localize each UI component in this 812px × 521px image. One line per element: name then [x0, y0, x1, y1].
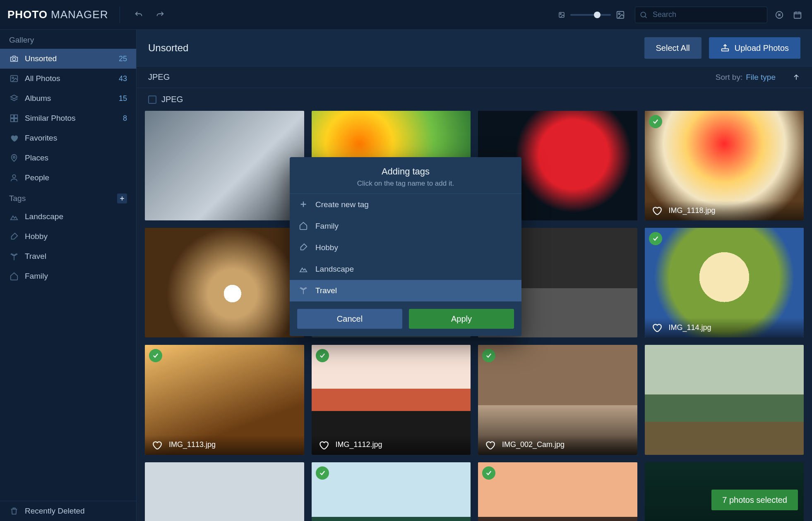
- dialog-subtitle: Click on the tag name to add it.: [300, 179, 512, 188]
- sidebar-item-people[interactable]: People: [0, 168, 136, 188]
- undo-button[interactable]: [132, 8, 146, 22]
- home-icon: [9, 271, 19, 281]
- tag-label: Travel: [25, 252, 46, 261]
- dialog-tag-hobby[interactable]: Hobby: [290, 237, 521, 258]
- thumbnail[interactable]: [478, 462, 637, 521]
- group-label: JPEG: [148, 72, 170, 82]
- sidebar-item-recently-deleted[interactable]: Recently Deleted: [0, 501, 136, 521]
- svg-point-15: [12, 175, 15, 178]
- section-checkbox[interactable]: [148, 96, 156, 104]
- tags-section-label: Tags: [9, 194, 26, 203]
- tags-header: Tags: [0, 188, 136, 207]
- heart-outline-icon[interactable]: [651, 322, 662, 333]
- thumbnail-caption: IMG_1112.jpg: [336, 440, 382, 449]
- sort-by-value[interactable]: File type: [746, 73, 776, 82]
- add-tag-button[interactable]: [117, 194, 127, 203]
- cancel-button[interactable]: Cancel: [297, 309, 402, 329]
- logo-light: MANAGER: [51, 8, 108, 21]
- brush-icon: [9, 232, 19, 241]
- dialog-tag-travel[interactable]: Travel: [290, 280, 521, 301]
- thumbnail[interactable]: IMG_1113.jpg: [145, 345, 304, 454]
- redo-icon: [156, 10, 165, 19]
- sidebar-item-all-photos[interactable]: All Photos 43: [0, 69, 136, 88]
- heart-outline-icon[interactable]: [651, 205, 662, 216]
- zoom-slider[interactable]: [570, 14, 611, 16]
- thumbnail[interactable]: [645, 345, 804, 454]
- zoom-knob[interactable]: [594, 12, 601, 18]
- sidebar-item-unsorted[interactable]: Unsorted 25: [0, 49, 136, 69]
- pin-icon: [9, 153, 19, 163]
- redo-button[interactable]: [153, 8, 167, 22]
- sidebar: Gallery Unsorted 25 All Photos 43 Albums…: [0, 30, 137, 521]
- sidebar-item-count: 8: [123, 114, 127, 123]
- tag-travel[interactable]: Travel: [0, 246, 136, 266]
- dialog-item-label: Landscape: [315, 265, 354, 274]
- trash-icon: [9, 506, 19, 516]
- thumbnail[interactable]: IMG_002_Cam.jpg: [478, 345, 637, 454]
- home-icon: [299, 221, 309, 231]
- tag-family[interactable]: Family: [0, 266, 136, 286]
- apply-button[interactable]: Apply: [409, 309, 514, 329]
- selected-badge: [316, 349, 329, 362]
- svg-point-14: [13, 156, 15, 158]
- heart-outline-icon[interactable]: [318, 440, 329, 450]
- tag-landscape[interactable]: Landscape: [0, 207, 136, 227]
- sidebar-item-favorites[interactable]: Favorites: [0, 128, 136, 148]
- mountain-icon: [299, 264, 309, 274]
- button-label: Select All: [656, 43, 690, 53]
- search-input[interactable]: [652, 10, 763, 19]
- svg-point-7: [12, 57, 15, 60]
- selected-badge: [649, 115, 662, 128]
- thumbnail[interactable]: IMG_114.jpg: [645, 228, 804, 337]
- plus-icon: [299, 200, 309, 210]
- thumbnail[interactable]: [145, 111, 304, 220]
- sidebar-item-label: Similar Photos: [25, 114, 76, 123]
- layers-icon: [9, 93, 19, 103]
- thumbnail-caption: IMG_1113.jpg: [169, 440, 216, 449]
- calendar-button[interactable]: [790, 8, 805, 22]
- thumb-small-icon: [558, 11, 565, 19]
- sort-by[interactable]: Sort by: File type: [716, 73, 776, 82]
- dialog-title: Adding tags: [300, 166, 512, 177]
- heart-outline-icon[interactable]: [151, 440, 162, 450]
- upload-photos-button[interactable]: Upload Photos: [709, 37, 800, 59]
- sidebar-item-label: Albums: [25, 94, 51, 103]
- section-check-row[interactable]: JPEG: [137, 88, 812, 111]
- heart-outline-icon[interactable]: [485, 440, 495, 450]
- sidebar-item-albums[interactable]: Albums 15: [0, 88, 136, 108]
- thumbnail-zoom: [558, 10, 625, 19]
- dialog-tag-landscape[interactable]: Landscape: [290, 258, 521, 280]
- sort-direction-button[interactable]: [792, 73, 800, 81]
- thumbnail-caption: IMG_002_Cam.jpg: [502, 440, 565, 449]
- svg-rect-12: [11, 119, 14, 122]
- select-all-button[interactable]: Select All: [644, 37, 701, 59]
- sidebar-item-similar[interactable]: Similar Photos 8: [0, 108, 136, 128]
- app-logo: PHOTO MANAGER: [7, 8, 108, 21]
- tag-hobby[interactable]: Hobby: [0, 227, 136, 246]
- gallery-section-label: Gallery: [0, 30, 136, 49]
- subheader: JPEG Sort by: File type: [137, 67, 812, 88]
- image-icon: [9, 74, 19, 84]
- dialog-item-label: Travel: [315, 286, 337, 295]
- clear-search-button[interactable]: [772, 8, 786, 22]
- divider: [120, 7, 120, 23]
- svg-point-3: [618, 13, 620, 14]
- sidebar-item-count: 15: [119, 94, 127, 103]
- thumbnail-image: [145, 462, 304, 521]
- dialog-tag-family[interactable]: Family: [290, 215, 521, 237]
- sidebar-item-places[interactable]: Places: [0, 148, 136, 168]
- thumbnail[interactable]: [145, 228, 304, 337]
- create-new-tag[interactable]: Create new tag: [290, 194, 521, 215]
- thumbnail-footer: IMG_002_Cam.jpg: [478, 435, 637, 455]
- dialog-item-label: Hobby: [315, 243, 338, 252]
- thumbnail[interactable]: IMG_1112.jpg: [312, 345, 471, 454]
- thumbnail[interactable]: IMG_1118.jpg: [645, 111, 804, 220]
- thumbnail[interactable]: [145, 462, 304, 521]
- tag-label: Hobby: [25, 232, 48, 241]
- thumbnail-footer: IMG_114.jpg: [645, 318, 804, 337]
- thumbnail[interactable]: [312, 462, 471, 521]
- search-box[interactable]: [635, 7, 767, 23]
- thumbnail-image: [145, 228, 304, 337]
- dialog-item-label: Family: [315, 222, 339, 231]
- selection-count-pill[interactable]: 7 photos selected: [711, 490, 798, 510]
